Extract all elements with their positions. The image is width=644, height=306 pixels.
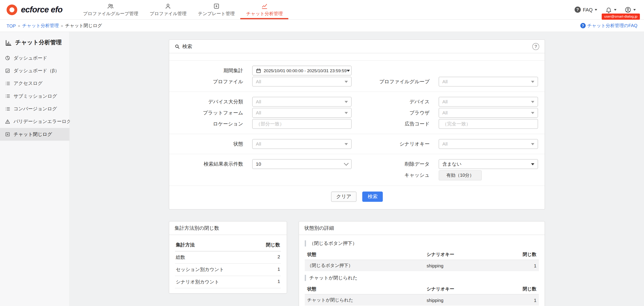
count-cell: 1 <box>502 260 539 271</box>
faq-label: FAQ <box>583 7 593 12</box>
nav-template-management[interactable]: テンプレート管理 <box>192 0 240 19</box>
ad-code-input[interactable] <box>438 119 538 129</box>
column-header-state: 状態 <box>305 249 424 260</box>
account-menu[interactable] <box>625 6 636 13</box>
breadcrumb-separator: » <box>18 23 20 28</box>
state-value: All <box>256 142 261 147</box>
nav-label: チャット分析管理 <box>246 10 283 16</box>
user-email-badge: user@smart-dialog.jp <box>602 13 640 19</box>
line-chart-icon <box>261 3 268 9</box>
section-bar-icon <box>305 275 306 281</box>
profile-select[interactable]: All <box>252 77 352 87</box>
notifications-menu[interactable] <box>605 6 616 13</box>
sidebar-item-access-log[interactable]: アクセスログ <box>0 77 69 90</box>
main-nav: プロファイルグループ管理 プロファイル管理 テンプレート管理 チャット分析管理 <box>77 0 288 19</box>
state-label: 状態 <box>169 141 252 148</box>
bell-icon <box>605 6 612 13</box>
table-row: チャットが閉じられた shipping 1 <box>305 294 539 306</box>
platform-select[interactable]: All <box>252 108 352 118</box>
nav-label: プロファイルグループ管理 <box>83 10 138 16</box>
column-header-count: 閉じ数 <box>502 249 539 260</box>
column-header-method: 集計方法 <box>176 242 195 248</box>
state-detail-table: 状態 シナリオキー 閉じ数 （閉じるボタン押下） shipping 1 <box>305 249 539 271</box>
dropdown-caret-icon <box>344 143 348 145</box>
chevron-down-icon <box>614 9 616 10</box>
sidebar-item-label: チャット閉じログ <box>14 131 52 138</box>
sidebar-item-dashboard[interactable]: ダッシュボード <box>0 52 69 64</box>
sidebar-item-chat-close-log[interactable]: チャット閉じログ <box>0 128 69 141</box>
app-viewport: ecforce efo プロファイルグループ管理 プロファイル管理 テンプレート… <box>0 0 644 306</box>
count-cell: 2 <box>278 254 280 260</box>
device-value: All <box>442 99 448 104</box>
browser-value: All <box>442 110 448 115</box>
result-count-label: 検索結果表示件数 <box>169 161 252 168</box>
top-header: ecforce efo プロファイルグループ管理 プロファイル管理 テンプレート… <box>0 0 644 20</box>
breadcrumb-current: チャット閉じログ <box>65 22 102 29</box>
deleted-data-value: 含まない <box>442 161 462 167</box>
browser-select[interactable]: All <box>438 108 538 118</box>
chevron-down-icon <box>634 9 636 10</box>
result-count-select[interactable]: 10 <box>252 159 352 169</box>
faq-help-link[interactable]: ? チャット分析管理のFAQ <box>580 22 638 29</box>
table-row: （閉じるボタン押下） shipping 1 <box>305 260 539 271</box>
nav-chat-analytics-management[interactable]: チャット分析管理 <box>240 0 288 19</box>
sidebar-item-conversion-log[interactable]: コンバージョンログ <box>0 102 69 115</box>
sidebar-item-dashboard-beta[interactable]: ダッシュボード（β） <box>0 64 69 77</box>
state-select[interactable]: All <box>252 139 352 149</box>
people-icon <box>107 3 114 9</box>
count-cell: 1 <box>502 294 539 306</box>
breadcrumb-section-link[interactable]: チャット分析管理 <box>22 22 59 29</box>
column-header-scenario: シナリオキー <box>424 284 502 294</box>
period-value: 2025/10/01 00:00:00 - 2025/10/31 23:59:5… <box>264 68 347 73</box>
column-header-scenario: シナリオキー <box>424 249 502 260</box>
clear-button[interactable]: クリア <box>331 192 356 202</box>
cache-toggle-button[interactable]: 有効（10分） <box>438 170 482 180</box>
logo[interactable]: ecforce efo <box>0 4 62 15</box>
state-section-title: チャットが閉じられた <box>305 275 539 281</box>
sidebar-item-label: コンバージョンログ <box>14 106 57 112</box>
table-row: シナリオ別カウント 1 <box>175 276 281 288</box>
close-count-card-title: 集計方法別の閉じ数 <box>174 225 219 232</box>
profile-group-select[interactable]: All <box>438 77 538 87</box>
nav-label: テンプレート管理 <box>198 10 234 16</box>
list-icon <box>5 81 10 86</box>
results-row: 集計方法別の閉じ数 集計方法 閉じ数 総数 2 セッション別カウント <box>169 221 545 306</box>
nav-profile-group-management[interactable]: プロファイルグループ管理 <box>77 0 144 19</box>
close-count-table: 集計方法 閉じ数 総数 2 セッション別カウント 1 シナリオ別カウント <box>169 235 287 293</box>
state-section-title: （閉じるボタン押下） <box>305 240 539 246</box>
help-circle-icon[interactable]: ? <box>532 43 540 50</box>
dropdown-caret-icon <box>344 112 348 114</box>
profile-value: All <box>256 79 261 84</box>
device-label: デバイス <box>357 98 438 105</box>
faq-menu[interactable]: ? FAQ <box>575 6 597 13</box>
sidebar-item-validation-error-log[interactable]: バリデーションエラーログ <box>0 115 69 128</box>
device-class-select[interactable]: All <box>252 97 352 107</box>
sidebar-item-label: バリデーションエラーログ <box>14 119 72 125</box>
location-input[interactable] <box>252 119 352 129</box>
dropdown-caret-icon <box>531 101 534 103</box>
pie-chart-icon <box>5 55 10 61</box>
state-detail-table: 状態 シナリオキー 閉じ数 チャットが閉じられた shipping 1 <box>305 284 539 306</box>
period-select[interactable]: 2025/10/01 00:00:00 - 2025/10/31 23:59:5… <box>252 66 352 76</box>
list-icon <box>5 106 10 112</box>
sidebar: チャット分析管理 ダッシュボード ダッシュボード（β） アクセスログ <box>0 32 70 306</box>
ad-code-label: 広告コード <box>357 120 438 127</box>
result-count-value: 10 <box>256 161 261 166</box>
state-detail-card-title: 状態別の詳細 <box>304 225 334 232</box>
scenario-key-select[interactable]: All <box>438 139 538 149</box>
nav-profile-management[interactable]: プロファイル管理 <box>144 0 192 19</box>
deleted-data-select[interactable]: 含まない <box>438 159 538 169</box>
person-icon <box>165 3 171 9</box>
device-select[interactable]: All <box>438 97 538 107</box>
method-cell: 総数 <box>176 254 185 260</box>
profile-group-value: All <box>442 79 448 84</box>
scenario-cell: shipping <box>424 294 502 306</box>
device-class-value: All <box>256 99 261 104</box>
search-button[interactable]: 検索 <box>362 192 383 202</box>
sidebar-item-submission-log[interactable]: サブミッションログ <box>0 90 69 102</box>
state-detail-card-header: 状態別の詳細 <box>299 222 544 235</box>
search-panel: 検索 ? 期間集計 <box>169 39 545 209</box>
calendar-icon <box>256 68 261 73</box>
sidebar-item-label: サブミッションログ <box>14 93 57 99</box>
breadcrumb-home-link[interactable]: TOP <box>6 23 16 28</box>
